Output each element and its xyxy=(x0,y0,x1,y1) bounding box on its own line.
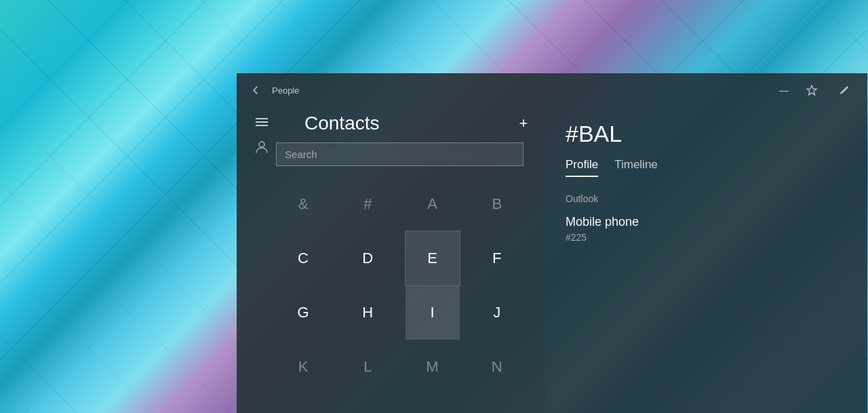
search-input[interactable] xyxy=(276,142,524,166)
minimize-button[interactable]: — xyxy=(779,85,789,96)
search-container xyxy=(276,142,534,166)
add-contact-button[interactable]: + xyxy=(513,113,534,134)
letter-cell-j[interactable]: J xyxy=(470,286,524,340)
contact-name: #BAL xyxy=(545,107,867,158)
back-button[interactable] xyxy=(248,82,264,98)
letter-cell-#[interactable]: # xyxy=(340,177,395,231)
header-area: Contacts + xyxy=(237,107,545,172)
letter-cell-f[interactable]: F xyxy=(470,231,524,286)
hamburger-button[interactable] xyxy=(253,115,271,129)
field-label: Mobile phone xyxy=(566,215,847,229)
letter-cell-d[interactable]: D xyxy=(340,231,395,286)
contacts-row: Contacts + xyxy=(276,113,534,134)
svg-point-0 xyxy=(259,142,264,147)
letter-cell-b[interactable]: B xyxy=(470,177,524,231)
letter-cell-l[interactable]: L xyxy=(340,340,395,394)
app-window: People Contact xyxy=(237,73,867,413)
right-header: — xyxy=(545,73,867,107)
letter-cell-a[interactable]: A xyxy=(406,177,460,231)
letter-cell-&[interactable]: & xyxy=(276,177,330,231)
letter-cell-e[interactable]: E xyxy=(406,231,460,286)
letter-cell-h[interactable]: H xyxy=(340,286,395,340)
letter-cell-i[interactable]: I xyxy=(406,286,460,340)
contacts-title: Contacts xyxy=(304,113,380,134)
side-icons xyxy=(248,113,276,166)
edit-button[interactable] xyxy=(835,81,854,100)
app-title: People xyxy=(272,85,299,96)
right-panel: — #BAL ProfileTimeline Outlook Mobile ph… xyxy=(545,73,867,413)
tabs-row: ProfileTimeline xyxy=(545,158,867,177)
field-value: #225 xyxy=(566,232,847,243)
source-label: Outlook xyxy=(566,193,847,204)
letter-cell-k[interactable]: K xyxy=(276,340,330,394)
fields-container: Mobile phone#225 xyxy=(566,215,847,243)
letter-cell-c[interactable]: C xyxy=(276,231,330,286)
contact-field: Mobile phone#225 xyxy=(566,215,847,243)
left-side: Contacts + xyxy=(248,113,534,166)
left-panel: People Contact xyxy=(237,73,545,413)
person-icon[interactable] xyxy=(254,140,269,158)
pin-button[interactable] xyxy=(802,81,821,100)
contact-details: Outlook Mobile phone#225 xyxy=(545,177,867,267)
letter-cell-g[interactable]: G xyxy=(276,286,330,340)
title-bar: People xyxy=(237,73,545,107)
letter-cell-n[interactable]: N xyxy=(470,340,524,394)
tab-timeline[interactable]: Timeline xyxy=(614,158,658,177)
tab-profile[interactable]: Profile xyxy=(566,158,598,177)
letter-grid: &#ABCDEFGHIJKLMN xyxy=(237,172,545,413)
letter-cell-m[interactable]: M xyxy=(406,340,460,394)
